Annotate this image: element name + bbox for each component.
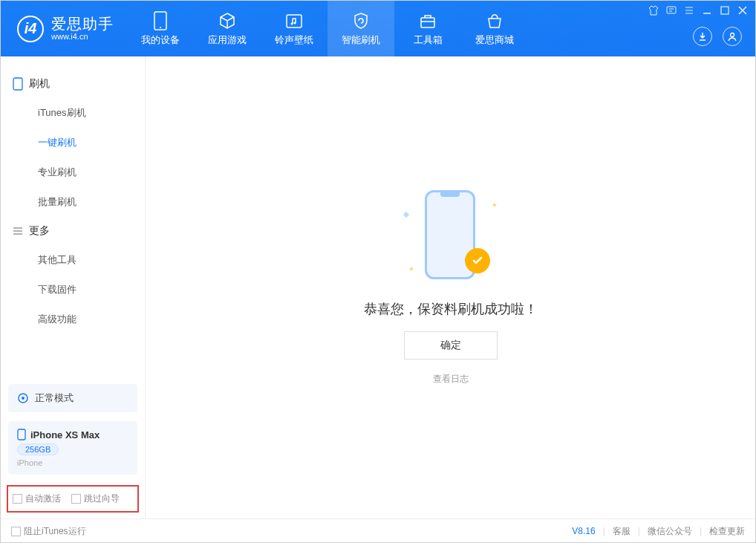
- nav-label: 我的设备: [141, 33, 180, 47]
- sidebar-item-pro-flash[interactable]: 专业刷机: [1, 157, 145, 187]
- nav-tab-apps[interactable]: 应用游戏: [194, 1, 261, 56]
- sidebar-item-itunes-flash[interactable]: iTunes刷机: [1, 98, 145, 128]
- status-link-update[interactable]: 检查更新: [709, 525, 745, 538]
- minimize-icon[interactable]: [702, 5, 712, 16]
- svg-point-11: [22, 397, 25, 400]
- phone-icon: [151, 11, 170, 30]
- sidebar-item-download-firmware[interactable]: 下载固件: [1, 275, 145, 305]
- logo-icon: i4: [17, 16, 44, 42]
- statusbar-left: 阻止iTunes运行: [11, 525, 86, 538]
- download-button[interactable]: [693, 27, 712, 46]
- sidebar-item-batch-flash[interactable]: 批量刷机: [1, 187, 145, 217]
- nav-label: 爱思商城: [475, 33, 514, 47]
- view-log-link[interactable]: 查看日志: [433, 373, 469, 386]
- success-text: 恭喜您，保资料刷机成功啦！: [364, 300, 538, 318]
- svg-point-1: [160, 27, 161, 28]
- svg-rect-12: [18, 429, 25, 440]
- check-badge-icon: [465, 248, 490, 273]
- version-label: V8.16: [572, 526, 595, 536]
- svg-rect-2: [287, 15, 302, 27]
- statusbar-right: V8.16 | 客服 | 微信公众号 | 检查更新: [572, 525, 745, 538]
- logo-text: 爱思助手 www.i4.cn: [51, 16, 114, 41]
- mode-label: 正常模式: [35, 391, 74, 405]
- capacity-badge: 256GB: [17, 443, 59, 455]
- app-subtitle: www.i4.cn: [51, 32, 114, 41]
- cube-icon: [218, 11, 237, 30]
- device-name-row: iPhone XS Max: [17, 429, 128, 440]
- sidebar-section-more: 更多: [1, 217, 145, 245]
- checkbox-icon: [71, 494, 81, 504]
- sidebar-item-oneclick-flash[interactable]: 一键刷机: [1, 128, 145, 157]
- section-title: 更多: [29, 224, 50, 238]
- nav-label: 铃声壁纸: [275, 33, 313, 47]
- nav-tab-toolbox[interactable]: 工具箱: [394, 1, 461, 56]
- sparkle-icon: [492, 203, 497, 207]
- close-icon[interactable]: [737, 5, 748, 16]
- body: 刷机 iTunes刷机 一键刷机 专业刷机 批量刷机 更多 其他工具 下载固件 …: [1, 56, 755, 518]
- menu-small-icon: [13, 226, 23, 236]
- success-illustration: [410, 190, 492, 287]
- statusbar: 阻止iTunes运行 V8.16 | 客服 | 微信公众号 | 检查更新: [1, 518, 755, 543]
- checkbox-icon: [13, 494, 22, 504]
- device-phone-icon: [17, 429, 26, 440]
- phone-small-icon: [13, 77, 23, 91]
- window-controls: [648, 5, 748, 16]
- checkbox-label: 跳过向导: [84, 493, 120, 504]
- nav-tabs: 我的设备 应用游戏 铃声壁纸 智能刷机 工具箱 爱思商城: [127, 1, 528, 56]
- nav-tab-store[interactable]: 爱思商城: [461, 1, 528, 56]
- checkbox-icon: [11, 527, 21, 536]
- toolbox-icon: [418, 11, 437, 30]
- divider: |: [700, 526, 702, 536]
- svg-rect-9: [13, 78, 22, 90]
- menu-icon[interactable]: [684, 5, 694, 16]
- svg-rect-5: [421, 18, 434, 27]
- section-title: 刷机: [29, 77, 50, 91]
- checkbox-auto-activate[interactable]: 自动激活: [13, 492, 61, 505]
- divider: |: [603, 526, 605, 536]
- maximize-icon[interactable]: [720, 5, 730, 16]
- status-link-support[interactable]: 客服: [613, 525, 630, 538]
- nav-label: 应用游戏: [208, 33, 247, 47]
- tshirt-icon[interactable]: [648, 5, 659, 16]
- checkbox-block-itunes[interactable]: 阻止iTunes运行: [11, 525, 86, 538]
- mode-icon: [17, 392, 29, 404]
- sidebar-item-other-tools[interactable]: 其他工具: [1, 245, 145, 275]
- device-mode[interactable]: 正常模式: [8, 384, 137, 412]
- nav-label: 智能刷机: [342, 33, 380, 47]
- checkbox-label: 自动激活: [25, 493, 61, 504]
- options-highlighted-box: 自动激活 跳过向导: [7, 485, 139, 513]
- sparkle-icon: [409, 267, 414, 271]
- svg-point-4: [294, 22, 296, 24]
- store-icon: [485, 11, 504, 30]
- ok-button[interactable]: 确定: [404, 331, 498, 360]
- main-content: 恭喜您，保资料刷机成功啦！ 确定 查看日志: [146, 56, 755, 518]
- sidebar-section-flash: 刷机: [1, 70, 145, 98]
- svg-point-8: [731, 33, 734, 37]
- device-type: iPhone: [17, 458, 128, 467]
- status-link-wechat[interactable]: 微信公众号: [648, 525, 692, 538]
- sparkle-icon: [403, 211, 408, 217]
- nav-tab-ringtones[interactable]: 铃声壁纸: [261, 1, 328, 56]
- device-name: iPhone XS Max: [30, 429, 100, 440]
- device-info[interactable]: iPhone XS Max 256GB iPhone: [8, 421, 137, 475]
- music-folder-icon: [284, 11, 304, 30]
- feedback-icon[interactable]: [666, 5, 677, 16]
- shield-refresh-icon: [351, 11, 371, 30]
- sidebar: 刷机 iTunes刷机 一键刷机 专业刷机 批量刷机 更多 其他工具 下载固件 …: [1, 56, 146, 518]
- app-title: 爱思助手: [51, 16, 114, 32]
- header-actions: [693, 27, 742, 46]
- svg-rect-6: [667, 7, 676, 13]
- nav-label: 工具箱: [414, 33, 443, 47]
- user-button[interactable]: [723, 27, 742, 46]
- svg-point-3: [291, 22, 293, 25]
- header: i4 爱思助手 www.i4.cn 我的设备 应用游戏 铃声壁纸 智能刷机 工具…: [1, 1, 755, 56]
- sidebar-item-advanced[interactable]: 高级功能: [1, 305, 145, 334]
- svg-rect-7: [721, 7, 729, 14]
- checkbox-label: 阻止iTunes运行: [24, 526, 86, 536]
- divider: |: [638, 526, 640, 536]
- logo-area: i4 爱思助手 www.i4.cn: [1, 16, 127, 42]
- nav-tab-flash[interactable]: 智能刷机: [328, 1, 394, 56]
- checkbox-skip-guide[interactable]: 跳过向导: [71, 492, 120, 505]
- nav-tab-device[interactable]: 我的设备: [127, 1, 194, 56]
